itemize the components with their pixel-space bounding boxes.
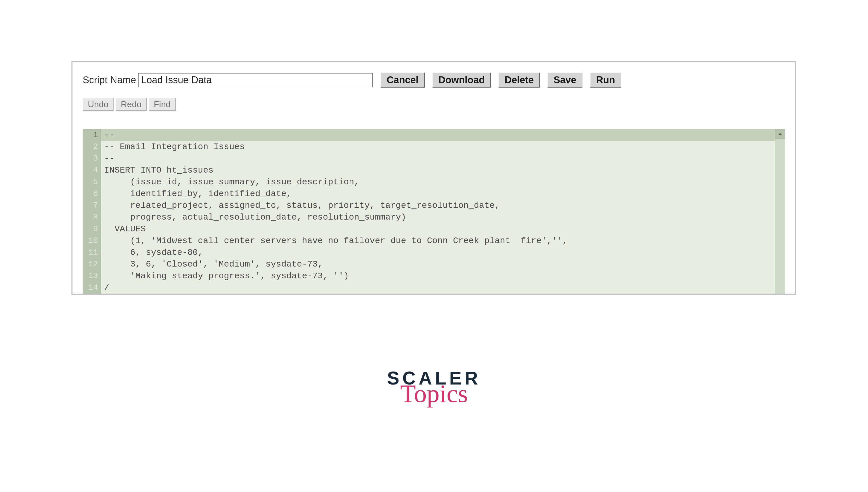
code-line[interactable]: (issue_id, issue_summary, issue_descript… xyxy=(101,176,775,188)
code-line[interactable]: -- xyxy=(101,129,775,141)
undo-button[interactable]: Undo xyxy=(83,98,113,111)
header-row: Script Name Cancel Download Delete Save … xyxy=(83,73,785,88)
code-line[interactable]: / xyxy=(101,282,775,294)
branding-logo: SCALER Topics xyxy=(0,368,868,407)
line-number: 12 xyxy=(83,259,101,270)
brand-topics: Topics xyxy=(0,381,868,407)
utility-toolbar: Undo Redo Find xyxy=(83,98,785,111)
redo-button[interactable]: Redo xyxy=(116,98,147,111)
line-number: 4 xyxy=(83,165,101,176)
code-line[interactable]: related_project, assigned_to, status, pr… xyxy=(101,200,775,212)
line-number: 3 xyxy=(83,153,101,165)
action-buttons: Cancel Download Delete Save Run xyxy=(381,73,621,88)
code-line[interactable]: progress, actual_resolution_date, resolu… xyxy=(101,212,775,223)
download-button[interactable]: Download xyxy=(432,73,491,88)
code-line[interactable]: INSERT INTO ht_issues xyxy=(101,165,775,176)
line-number: 2 xyxy=(83,141,101,153)
line-number: 14 xyxy=(83,282,101,294)
code-line[interactable]: 'Making steady progress.', sysdate-73, '… xyxy=(101,270,775,282)
save-button[interactable]: Save xyxy=(547,73,582,88)
code-line[interactable]: identified_by, identified_date, xyxy=(101,188,775,200)
code-content[interactable]: -- -- Email Integration Issues -- INSERT… xyxy=(101,129,775,294)
code-line[interactable]: (1, 'Midwest call center servers have no… xyxy=(101,235,775,247)
code-line[interactable]: VALUES xyxy=(101,223,775,235)
line-number-gutter: 1 2 3 4 5 6 7 8 9 10 11 12 13 14 xyxy=(83,129,101,294)
line-number: 5 xyxy=(83,176,101,188)
delete-button[interactable]: Delete xyxy=(499,73,540,88)
code-line[interactable]: -- Email Integration Issues xyxy=(101,141,775,153)
code-editor[interactable]: 1 2 3 4 5 6 7 8 9 10 11 12 13 14 -- -- E… xyxy=(83,129,785,294)
vertical-scrollbar[interactable] xyxy=(775,129,785,294)
line-number: 10 xyxy=(83,235,101,247)
line-number: 1 xyxy=(83,129,101,141)
script-name-input[interactable] xyxy=(138,73,373,87)
line-number: 6 xyxy=(83,188,101,200)
line-number: 7 xyxy=(83,200,101,212)
script-name-label: Script Name xyxy=(83,75,136,85)
line-number: 13 xyxy=(83,270,101,282)
run-button[interactable]: Run xyxy=(590,73,621,88)
find-button[interactable]: Find xyxy=(149,98,176,111)
code-line[interactable]: 6, sysdate-80, xyxy=(101,247,775,259)
code-line[interactable]: -- xyxy=(101,153,775,165)
line-number: 11 xyxy=(83,247,101,259)
scroll-up-icon[interactable] xyxy=(775,129,785,139)
line-number: 9 xyxy=(83,223,101,235)
script-editor-panel: Script Name Cancel Download Delete Save … xyxy=(72,61,796,295)
line-number: 8 xyxy=(83,212,101,223)
cancel-button[interactable]: Cancel xyxy=(381,73,425,88)
code-line[interactable]: 3, 6, 'Closed', 'Medium', sysdate-73, xyxy=(101,259,775,270)
